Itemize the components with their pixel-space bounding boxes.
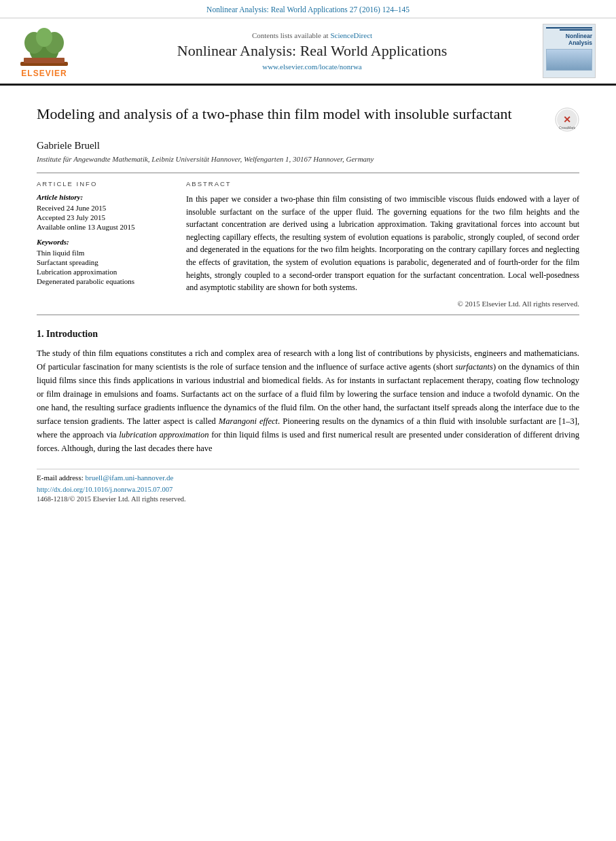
and-word: and (509, 348, 522, 358)
cover-title-line2: Analysis (568, 39, 592, 46)
contents-line: Contents lists available at ScienceDirec… (88, 31, 536, 39)
article-info-abstract-row: Article Info Article history: Received 2… (37, 180, 579, 308)
keywords-label: Keywords: (37, 238, 173, 246)
keyword-3: Lubrication approximation (37, 268, 173, 276)
sciencedirect-link[interactable]: ScienceDirect (330, 31, 372, 39)
keyword-2: Surfactant spreading (37, 258, 173, 266)
footer-doi: http://dx.doi.org/10.1016/j.nonrwa.2015.… (37, 486, 579, 493)
keyword-4: Degenerated parabolic equations (37, 277, 173, 285)
available-date: Available online 13 August 2015 (37, 223, 173, 231)
cover-title-line1: Nonlinear (566, 33, 592, 39)
elsevier-logo: ELSEVIER (7, 24, 81, 78)
journal-title: Nonlinear Analysis: Real World Applicati… (88, 42, 536, 60)
author-name: Gabriele Bruell (37, 140, 579, 151)
article-info-header: Article Info (37, 180, 173, 187)
introduction-heading: 1. Introduction (37, 329, 579, 340)
section-divider-mid (37, 315, 579, 315)
svg-rect-6 (24, 58, 65, 63)
journal-reference-link[interactable]: Nonlinear Analysis: Real World Applicati… (206, 5, 410, 14)
keyword-1: Thin liquid film (37, 249, 173, 257)
article-history-label: Article history: (37, 193, 173, 201)
abstract-header: Abstract (186, 180, 579, 187)
journal-cover-thumbnail: Nonlinear Analysis (543, 24, 596, 78)
svg-text:✕: ✕ (563, 114, 571, 125)
top-bar: Nonlinear Analysis: Real World Applicati… (0, 0, 616, 18)
section-divider-top (37, 173, 579, 173)
journal-url: www.elsevier.com/locate/nonrwa (88, 62, 536, 71)
crossmark-icon: ✕ CrossMark (555, 107, 579, 132)
paper-title-row: Modeling and analysis of a two-phase thi… (37, 105, 579, 132)
email-label: E-mail address: (37, 473, 84, 482)
footer-email-line: E-mail address: bruell@ifam.uni-hannover… (37, 473, 579, 482)
author-affiliation: Institute für Angewandte Mathematik, Lei… (37, 155, 579, 163)
accepted-date: Accepted 23 July 2015 (37, 213, 173, 221)
journal-header: ELSEVIER Contents lists available at Sci… (0, 18, 616, 86)
email-link[interactable]: bruell@ifam.uni-hannover.de (85, 473, 173, 482)
received-date: Received 24 June 2015 (37, 204, 173, 212)
elsevier-brand-text: ELSEVIER (21, 69, 67, 78)
main-content: Modeling and analysis of a two-phase thi… (0, 86, 616, 516)
doi-link[interactable]: http://dx.doi.org/10.1016/j.nonrwa.2015.… (37, 486, 173, 493)
svg-point-4 (36, 28, 52, 47)
abstract-col: Abstract In this paper we consider a two… (186, 180, 579, 308)
introduction-paragraph: The study of thin film equations constit… (37, 346, 579, 455)
abstract-copyright: © 2015 Elsevier Ltd. All rights reserved… (186, 300, 579, 308)
article-info-col: Article Info Article history: Received 2… (37, 180, 173, 308)
abstract-text: In this paper we consider a two-phase th… (186, 193, 579, 294)
paper-title-text: Modeling and analysis of a two-phase thi… (37, 105, 548, 124)
svg-text:CrossMark: CrossMark (559, 126, 576, 130)
footer-copyright: 1468-1218/© 2015 Elsevier Ltd. All right… (37, 495, 579, 503)
footer-area: E-mail address: bruell@ifam.uni-hannover… (37, 469, 579, 503)
journal-center: Contents lists available at ScienceDirec… (88, 31, 536, 71)
